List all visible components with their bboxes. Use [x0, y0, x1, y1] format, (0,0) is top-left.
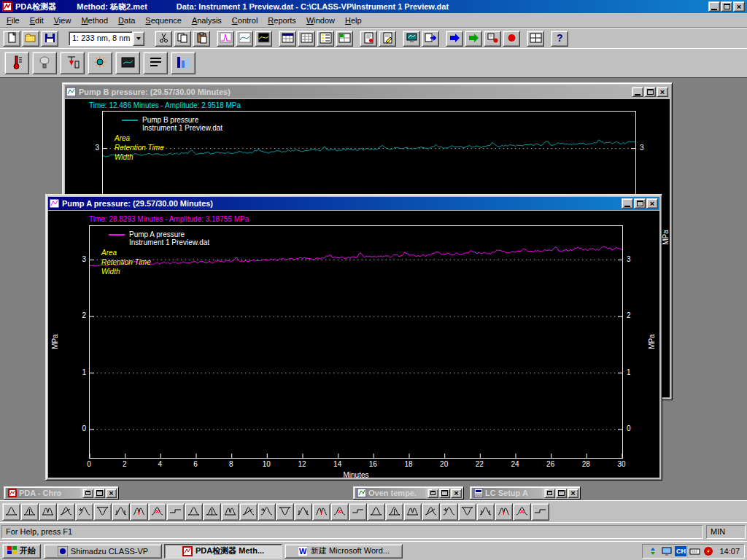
negative-peak-button[interactable] — [148, 503, 166, 521]
exponential-skim-button[interactable] — [385, 503, 403, 521]
minimized-title-bar[interactable]: PDA - Chro — [6, 488, 80, 498]
taskbar-task-3[interactable]: W新建 Microsoft Word... — [285, 544, 403, 559]
menu-help[interactable]: Help — [340, 15, 367, 26]
minimize-button[interactable] — [632, 87, 643, 97]
add-peak-start-button[interactable] — [239, 503, 258, 521]
oven-monitor-button[interactable] — [115, 52, 140, 74]
open-file-button[interactable] — [22, 31, 39, 47]
force-baseline-button[interactable] — [513, 503, 531, 521]
close-button[interactable]: × — [646, 198, 658, 209]
pump-a-plot[interactable]: Pump A pressure Instrument 1 Preview.dat… — [89, 225, 623, 459]
move-baseline-end-button[interactable] — [221, 503, 239, 521]
menu-edit[interactable]: Edit — [25, 15, 49, 26]
contour-view-button[interactable] — [255, 31, 272, 47]
save-file-button[interactable] — [41, 31, 58, 47]
front-skim-button[interactable] — [93, 503, 112, 521]
minimize-button[interactable] — [708, 1, 720, 12]
report-view-button[interactable] — [360, 31, 377, 47]
close-button[interactable]: × — [733, 1, 745, 12]
minimized-window-lc-setup[interactable]: LC Setup A × — [470, 486, 581, 499]
area-percent-button[interactable] — [458, 503, 476, 521]
peak-shoulder-button[interactable] — [367, 503, 385, 521]
pump-a-title-bar[interactable]: Pump A pressure: (29.57/30.00 Minutes) × — [48, 197, 659, 210]
maximize-button[interactable] — [556, 489, 567, 498]
start-run-button[interactable] — [465, 31, 482, 47]
close-button[interactable]: × — [106, 489, 117, 498]
shave-peak-button[interactable] — [531, 503, 549, 521]
maximize-button[interactable] — [644, 87, 656, 97]
paste-button[interactable] — [193, 31, 210, 47]
minimized-title-bar[interactable]: Oven tempe. — [355, 488, 425, 498]
minimize-button[interactable] — [622, 198, 633, 209]
menu-view[interactable]: View — [49, 15, 77, 26]
restore-button[interactable] — [82, 489, 93, 498]
taskbar-task-1[interactable]: Shimadzu CLASS-VP — [44, 544, 162, 559]
gradient-levels-button[interactable] — [143, 52, 168, 74]
lamp-control-button[interactable] — [32, 52, 57, 74]
taskbar-task-2[interactable]: PDA检测器 Meth... — [164, 544, 282, 559]
valley-baseline-button[interactable] — [57, 503, 75, 521]
peak-table-button[interactable] — [298, 31, 315, 47]
insert-peak-button[interactable] — [476, 503, 495, 521]
instrument-monitor-button[interactable] — [403, 31, 420, 47]
new-file-button[interactable] — [3, 31, 20, 47]
maximize-button[interactable] — [94, 489, 105, 498]
report-edit-button[interactable] — [379, 31, 396, 47]
pda-detector-button[interactable] — [88, 52, 112, 74]
calibration-table-button[interactable] — [336, 31, 353, 47]
menu-sequence[interactable]: Sequence — [140, 15, 187, 26]
menu-control[interactable]: Control — [227, 15, 263, 26]
maximize-button[interactable] — [439, 489, 450, 498]
wavelength-dropdown-button[interactable] — [133, 31, 144, 46]
add-peak-stop-button[interactable] — [258, 503, 276, 521]
pump-purge-button[interactable] — [60, 52, 85, 74]
disable-integration-button[interactable] — [403, 503, 422, 521]
wavelength-selector[interactable]: 1: 233 nm, 8 nm — [69, 31, 144, 46]
data-export-button[interactable] — [422, 31, 439, 47]
merge-peaks-button[interactable] — [185, 503, 203, 521]
minimum-baseline-button[interactable] — [349, 503, 367, 521]
copy-button[interactable] — [174, 31, 191, 47]
menu-window[interactable]: Window — [301, 15, 340, 26]
zero-baseline-button[interactable] — [130, 503, 148, 521]
cut-button[interactable] — [155, 31, 172, 47]
split-peak-button[interactable] — [166, 503, 185, 521]
maximize-button[interactable] — [634, 198, 646, 209]
detector-temperature-button[interactable] — [4, 52, 29, 74]
chromatogram-view-button[interactable] — [217, 31, 234, 47]
minimized-window-oven-temp[interactable]: Oven tempe. × — [353, 486, 464, 499]
minimized-window-pda-chro[interactable]: PDA - Chro × — [4, 486, 119, 499]
start-button[interactable]: 开始 — [2, 544, 41, 559]
system-queue-button[interactable] — [171, 52, 196, 74]
backward-horizontal-button[interactable] — [312, 503, 330, 521]
close-button[interactable]: × — [568, 489, 578, 498]
maximize-button[interactable] — [721, 1, 732, 12]
tray-antivirus-icon[interactable] — [703, 545, 714, 556]
sequence-table-button[interactable] — [317, 31, 334, 47]
results-table-button[interactable] — [279, 31, 296, 47]
close-button[interactable]: × — [657, 87, 668, 97]
move-baseline-start-button[interactable] — [203, 503, 221, 521]
drop-perpendicular-button[interactable] — [276, 503, 294, 521]
menu-data[interactable]: Data — [113, 15, 140, 26]
connect-instrument-button[interactable] — [446, 31, 463, 47]
tray-display-icon[interactable] — [661, 545, 673, 556]
window-tile-button[interactable] — [527, 31, 544, 47]
menu-analysis[interactable]: Analysis — [187, 15, 227, 26]
main-title-bar[interactable]: PDA检测器 Method: 杨晓2.met Data: Instrument … — [0, 0, 747, 13]
drop-baseline-button[interactable] — [39, 503, 57, 521]
menu-file[interactable]: File — [1, 15, 25, 26]
reset-baseline-button[interactable] — [440, 503, 458, 521]
tangent-skim-button[interactable] — [75, 503, 93, 521]
download-method-button[interactable] — [484, 31, 501, 47]
tray-updown-arrows-icon[interactable] — [647, 545, 659, 556]
help-button[interactable]: ? — [551, 31, 568, 47]
pump-b-title-bar[interactable]: Pump B pressure: (29.57/30.00 Minutes) × — [65, 85, 670, 98]
minimized-title-bar[interactable]: LC Setup A — [472, 488, 542, 498]
peak-integration-button[interactable] — [2, 503, 20, 521]
menu-method[interactable]: Method — [76, 15, 113, 26]
delete-peak-button[interactable] — [495, 503, 513, 521]
manual-baseline-button[interactable] — [112, 503, 130, 521]
close-button[interactable]: × — [451, 489, 462, 498]
tray-keyboard-icon[interactable] — [689, 545, 700, 556]
